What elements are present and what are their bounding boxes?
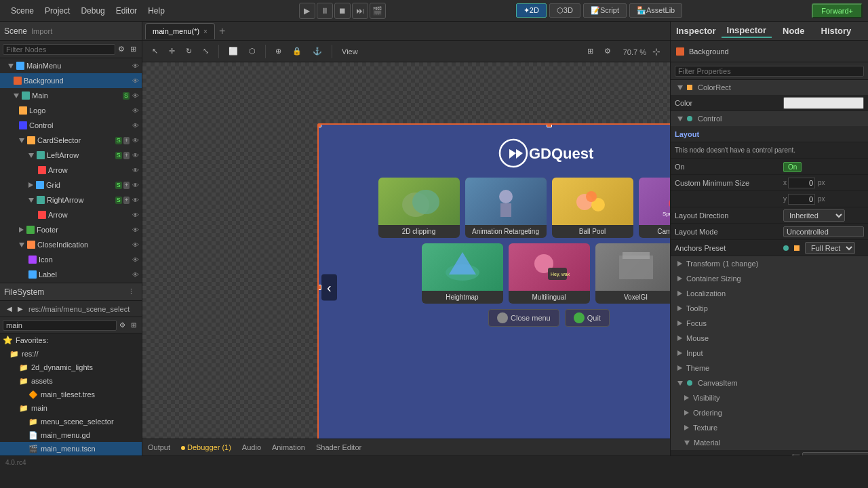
- menu-editor[interactable]: Editor: [111, 6, 142, 16]
- fs-view-toggle[interactable]: ⊞: [128, 320, 139, 330]
- movie-button[interactable]: 🎬: [370, 3, 386, 19]
- fs-filter-input[interactable]: [3, 320, 117, 331]
- tree-item-arrow1[interactable]: Arrow 👁: [0, 163, 142, 178]
- tree-item-main[interactable]: Main S 👁: [0, 88, 142, 103]
- close-menu-button[interactable]: Close menu: [488, 309, 559, 327]
- menu-project[interactable]: Project: [39, 6, 75, 16]
- insp-tab-inspector[interactable]: Inspector: [722, 24, 772, 38]
- section-tooltip[interactable]: Tooltip: [671, 301, 868, 316]
- fs-forward-button[interactable]: ▶: [15, 304, 26, 314]
- forward-button[interactable]: Forward+: [812, 3, 863, 18]
- fs-back-button[interactable]: ◀: [4, 304, 15, 314]
- tab-output[interactable]: Output: [148, 443, 170, 451]
- min-size-x[interactable]: [788, 178, 815, 188]
- handle-tm[interactable]: [547, 123, 552, 127]
- settings-button[interactable]: ⚙: [600, 45, 615, 57]
- handle-tl[interactable]: [317, 123, 321, 127]
- card-2d-clipping[interactable]: 2D clipping: [378, 178, 460, 238]
- section-texture[interactable]: Texture: [671, 420, 868, 435]
- filter-properties-input[interactable]: [675, 66, 864, 77]
- section-transform[interactable]: Transform (1 change): [671, 256, 868, 271]
- section-focus[interactable]: Focus: [671, 316, 868, 331]
- tool-pivot[interactable]: ⊕: [271, 45, 285, 57]
- fs-item-tileset[interactable]: 🔶 main_tileset.tres: [0, 388, 142, 401]
- filter-expand-button[interactable]: ⊞: [127, 43, 139, 55]
- color-picker[interactable]: [783, 97, 864, 109]
- section-canvasitem[interactable]: CanvasItem: [671, 375, 868, 390]
- card-multilingual[interactable]: Hey, wake up! Multilingual: [509, 243, 590, 304]
- section-ordering[interactable]: Ordering: [671, 405, 868, 420]
- min-size-y-input[interactable]: [788, 194, 815, 205]
- tool-anchor[interactable]: ⚓: [309, 45, 326, 57]
- tree-item-leftarrow[interactable]: LeftArrow S + 👁: [0, 148, 142, 163]
- section-input[interactable]: Input: [671, 346, 868, 361]
- section-visibility[interactable]: Visibility: [671, 390, 868, 405]
- mode-script[interactable]: 📝Script: [583, 3, 627, 18]
- step-button[interactable]: ⏭: [352, 3, 368, 19]
- tree-item-logo[interactable]: Logo 👁: [0, 103, 142, 118]
- tree-item-mainmenu[interactable]: MainMenu 👁: [0, 58, 142, 73]
- tree-item-control[interactable]: Control 👁: [0, 118, 142, 133]
- fs-menu-button[interactable]: ⋮: [125, 286, 138, 298]
- mode-2d[interactable]: ✦2D: [516, 3, 547, 18]
- tool-move[interactable]: ✛: [165, 45, 179, 57]
- fs-item-res[interactable]: 📁 res://: [0, 347, 142, 361]
- anchors-preset-select[interactable]: Full Rect Top Left Center: [805, 242, 855, 254]
- tree-item-closeindication[interactable]: CloseIndication 👁: [0, 237, 142, 252]
- stop-button[interactable]: ⏹: [334, 3, 351, 19]
- tree-item-rightarrow[interactable]: RightArrow S + 👁: [0, 192, 142, 207]
- tab-main-menu[interactable]: main_menu(*) ×: [145, 23, 215, 39]
- fs-item-2d[interactable]: 📁 2d_dynamic_lights: [0, 361, 142, 374]
- tree-item-grid[interactable]: Grid S + 👁: [0, 178, 142, 192]
- quit-button[interactable]: Quit: [565, 309, 610, 327]
- tool-group[interactable]: ⬡: [245, 45, 260, 57]
- fs-item-menu-selector[interactable]: 📁 menu_scene_selector: [0, 415, 142, 428]
- card-voxelgi[interactable]: VoxelGI: [595, 243, 671, 304]
- tab-animation[interactable]: Animation: [272, 443, 305, 451]
- tool-rect[interactable]: ⬜: [224, 45, 242, 57]
- pause-button[interactable]: ⏸: [317, 3, 333, 19]
- card-canvas-group[interactable]: Sprites Only Canvas Group Canvas Group: [639, 178, 671, 238]
- tab-close-main[interactable]: ×: [203, 28, 208, 35]
- tab-audio[interactable]: Audio: [242, 443, 261, 451]
- card-animation[interactable]: Animation Retargeting: [465, 178, 547, 238]
- tab-shader-editor[interactable]: Shader Editor: [316, 443, 361, 451]
- nav-left-button[interactable]: ‹: [321, 274, 337, 300]
- tool-lock[interactable]: 🔒: [288, 45, 306, 57]
- section-mouse[interactable]: Mouse: [671, 331, 868, 346]
- menu-debug[interactable]: Debug: [75, 6, 110, 16]
- tree-item-quite[interactable]: QuiteIndia... 👁: [0, 282, 142, 283]
- viewport-canvas[interactable]: GDQuest 2D clipping: [142, 62, 670, 439]
- tool-select[interactable]: ↖: [148, 45, 162, 57]
- view-button[interactable]: View: [338, 46, 362, 57]
- layout-button[interactable]: ⊞: [583, 45, 597, 57]
- section-material[interactable]: Material: [671, 435, 868, 450]
- handle-ml[interactable]: [317, 285, 321, 290]
- tab-debugger[interactable]: Debugger (1): [181, 443, 231, 451]
- mode-assetlib[interactable]: 🏪AssetLib: [629, 3, 682, 18]
- section-control[interactable]: Control: [671, 111, 868, 126]
- filter-options-button[interactable]: ⚙: [115, 43, 127, 55]
- fs-item-main-tscn[interactable]: 🎬 main_menu.tscn: [0, 442, 142, 455]
- material-select[interactable]: ShaderMaterial: [802, 452, 868, 456]
- insp-tab-node[interactable]: Node: [777, 24, 810, 37]
- section-localization[interactable]: Localization: [671, 286, 868, 301]
- add-tab-button[interactable]: +: [215, 25, 229, 37]
- tree-item-background[interactable]: Background 👁: [0, 73, 142, 88]
- tree-item-cardselector[interactable]: CardSelector S + 👁: [0, 133, 142, 148]
- fs-item-assets[interactable]: 📁 assets: [0, 374, 142, 388]
- insp-tab-history[interactable]: History: [816, 24, 857, 37]
- section-colorrect[interactable]: ColorRect: [671, 80, 868, 95]
- mode-3d[interactable]: ⬡3D: [549, 3, 580, 18]
- card-ball-pool[interactable]: Ball Pool: [552, 178, 633, 238]
- section-container-sizing[interactable]: Container Sizing: [671, 271, 868, 286]
- play-button[interactable]: ▶: [299, 3, 315, 19]
- tool-scale[interactable]: ⤡: [199, 45, 213, 57]
- menu-scene[interactable]: Scene: [5, 6, 39, 16]
- layout-direction-select[interactable]: Inherited Locale Left-to-Right Right-to-…: [783, 209, 845, 222]
- tree-item-arrow2[interactable]: Arrow 👁: [0, 207, 142, 222]
- card-heightmap[interactable]: Heightmap: [422, 243, 503, 304]
- tree-item-icon[interactable]: Icon 👁: [0, 252, 142, 267]
- fs-item-main-gd[interactable]: 📄 main_menu.gd: [0, 428, 142, 442]
- tree-item-label[interactable]: Label 👁: [0, 267, 142, 282]
